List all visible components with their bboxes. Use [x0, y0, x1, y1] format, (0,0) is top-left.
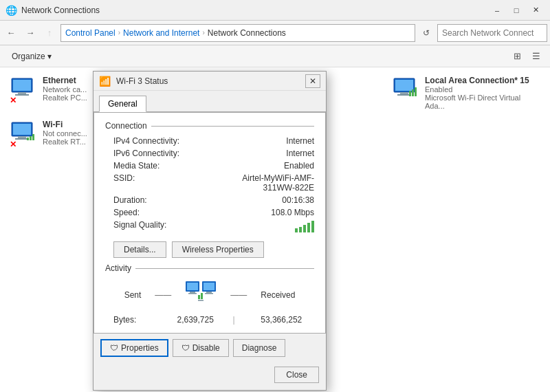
media-state-value: Enabled	[215, 161, 314, 171]
svg-rect-17	[409, 91, 411, 96]
ipv6-value: Internet	[215, 149, 314, 158]
toolbar: Organize ▾ ⊞ ☰	[0, 45, 550, 67]
svg-text:✕: ✕	[10, 140, 16, 147]
back-button[interactable]: ←	[3, 25, 19, 41]
maximize-button[interactable]: □	[507, 4, 525, 17]
bytes-label: Bytes:	[113, 315, 153, 325]
svg-rect-1	[13, 80, 31, 91]
svg-rect-25	[204, 283, 214, 290]
shield-icon: 🛡	[110, 343, 118, 353]
breadcrumb-control-panel[interactable]: Control Panel	[65, 28, 116, 38]
svg-rect-29	[201, 293, 203, 299]
title-bar-icon: 🌐	[6, 5, 17, 16]
tab-general[interactable]: General	[99, 96, 146, 112]
forward-button[interactable]: →	[22, 25, 38, 41]
properties-button[interactable]: 🛡 Properties	[100, 339, 168, 357]
organize-button[interactable]: Organize ▾	[6, 48, 58, 65]
title-bar-text: Network Connections	[21, 6, 484, 15]
svg-rect-28	[198, 295, 200, 299]
title-bar: 🌐 Network Connections – □ ✕	[0, 0, 550, 21]
dialog-content: Connection IPv4 Connectivity: Internet I…	[94, 112, 326, 334]
disable-button[interactable]: 🛡 Disable	[173, 339, 229, 357]
wifi-icon: ✕	[8, 120, 36, 147]
activity-icons-row: Sent ——	[105, 280, 314, 309]
speed-label: Speed:	[105, 208, 215, 217]
ipv6-label: IPv6 Connectivity:	[105, 149, 215, 158]
toolbar-right: ⊞ ☰	[509, 48, 544, 65]
refresh-button[interactable]: ↺	[418, 25, 434, 41]
dialog-title-text: Wi-Fi 3 Status	[116, 76, 300, 86]
connection-section-header: Connection	[105, 121, 314, 131]
ipv4-label: IPv4 Connectivity:	[105, 136, 215, 146]
media-state-row: Media State: Enabled	[105, 161, 314, 171]
dialog-title-icon: 📶	[99, 76, 111, 87]
sent-label: Sent	[124, 290, 142, 300]
media-state-label: Media State:	[105, 161, 215, 171]
svg-rect-6	[13, 124, 31, 135]
svg-rect-11	[32, 134, 34, 140]
activity-section: Activity Sent ——	[105, 263, 314, 325]
ssid-label: SSID:	[105, 173, 215, 193]
duration-label: Duration:	[105, 195, 215, 205]
breadcrumb: Control Panel › Network and Internet › N…	[60, 24, 415, 42]
activity-section-header: Activity	[105, 263, 314, 273]
details-btn-row: Details... Wireless Properties	[113, 241, 314, 258]
details-button[interactable]: Details...	[113, 241, 166, 258]
svg-rect-14	[395, 80, 413, 91]
local-area-name: Local Area Connection* 15	[425, 76, 542, 85]
svg-rect-22	[190, 292, 195, 293]
breadcrumb-network-internet[interactable]: Network and Internet	[123, 28, 199, 38]
close-window-button[interactable]: ✕	[527, 4, 544, 17]
local-area-item[interactable]: Local Area Connection* 15 Enabled Micros…	[390, 76, 542, 110]
signal-quality-value	[215, 220, 314, 235]
svg-text:✕: ✕	[10, 96, 16, 103]
duration-row: Duration: 00:16:38	[105, 195, 314, 205]
dialog-action-row: 🛡 Properties 🛡 Disable Diagnose	[94, 339, 326, 362]
address-bar: ← → ↑ Control Panel › Network and Intern…	[0, 21, 550, 45]
ipv6-row: IPv6 Connectivity: Internet	[105, 149, 314, 158]
local-area-detail: Microsoft Wi-Fi Direct Virtual Ada...	[425, 94, 542, 110]
sent-dash: ——	[155, 290, 171, 300]
signal-quality-row: Signal Quality:	[105, 220, 314, 235]
ssid-value: Airtel-MyWiFi-AMF-311WW-822E	[215, 173, 314, 193]
dialog-title-bar: 📶 Wi-Fi 3 Status ✕	[94, 72, 326, 91]
bytes-divider: |	[214, 315, 254, 325]
search-input[interactable]	[437, 24, 547, 42]
view-list-button[interactable]: ☰	[528, 48, 544, 65]
diagnose-button[interactable]: Diagnose	[233, 339, 286, 357]
svg-rect-30	[198, 300, 204, 301]
right-panel: Local Area Connection* 15 Enabled Micros…	[390, 76, 542, 121]
svg-rect-19	[415, 87, 417, 96]
bytes-sent-value: 2,639,725	[153, 315, 214, 325]
bytes-received-value: 53,366,252	[254, 315, 314, 325]
svg-rect-27	[205, 293, 213, 294]
bytes-row: Bytes: 2,639,725 | 53,366,252	[105, 315, 314, 325]
svg-rect-7	[18, 136, 26, 138]
svg-rect-9	[27, 138, 29, 140]
breadcrumb-network-connections: Network Connections	[208, 28, 286, 38]
minimize-button[interactable]: –	[488, 4, 506, 17]
dialog-close-x-button[interactable]: ✕	[305, 74, 320, 88]
svg-rect-15	[400, 92, 408, 94]
ipv4-value: Internet	[215, 136, 314, 146]
title-bar-controls: – □ ✕	[488, 4, 544, 17]
up-button[interactable]: ↑	[41, 25, 58, 41]
svg-rect-10	[30, 136, 32, 140]
wireless-properties-button[interactable]: Wireless Properties	[172, 241, 264, 258]
svg-rect-26	[206, 292, 212, 293]
ssid-row: SSID: Airtel-MyWiFi-AMF-311WW-822E	[105, 173, 314, 193]
dialog-tabs: General	[94, 91, 326, 112]
svg-rect-21	[187, 283, 198, 290]
speed-value: 108.0 Mbps	[215, 208, 314, 217]
activity-icon	[185, 280, 217, 309]
main-content: ✕ Ethernet Network ca... Realtek PC...	[0, 67, 550, 392]
speed-row: Speed: 108.0 Mbps	[105, 208, 314, 217]
duration-value: 00:16:38	[215, 195, 314, 205]
close-dialog-button[interactable]: Close	[274, 367, 319, 383]
local-area-icon	[390, 76, 418, 103]
ipv4-row: IPv4 Connectivity: Internet	[105, 136, 314, 146]
svg-rect-2	[18, 92, 26, 94]
received-dash: ——	[230, 290, 247, 300]
view-button[interactable]: ⊞	[509, 48, 525, 65]
svg-rect-23	[188, 293, 197, 294]
